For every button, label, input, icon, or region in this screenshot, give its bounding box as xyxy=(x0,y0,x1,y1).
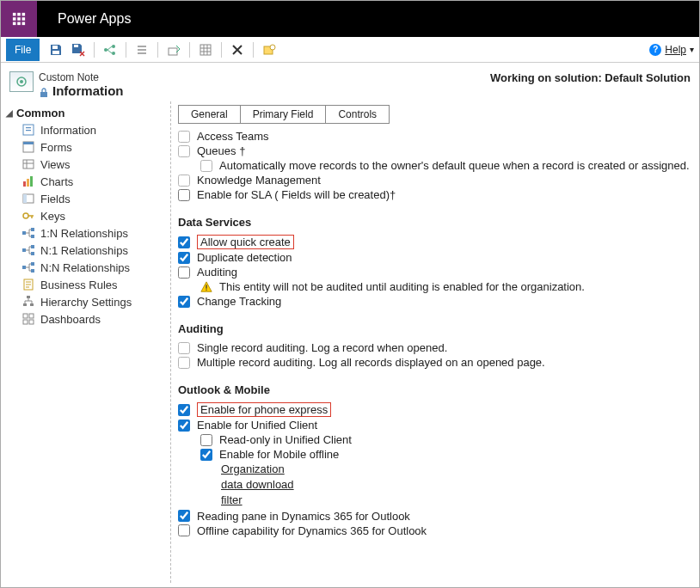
checkbox-change-tracking[interactable] xyxy=(178,296,190,308)
rel-icon xyxy=(21,226,35,240)
sidebar-item-n-n-relationships[interactable]: N:N Relationships xyxy=(1,259,170,276)
tab-primary-field[interactable]: Primary Field xyxy=(240,105,327,124)
tab-controls[interactable]: Controls xyxy=(325,105,390,124)
link-data-download[interactable]: data download xyxy=(221,477,692,493)
checkbox-queues[interactable] xyxy=(178,145,190,157)
svg-rect-44 xyxy=(27,296,30,298)
sidebar-item-forms[interactable]: Forms xyxy=(1,138,170,156)
checkbox-offline-outlook[interactable] xyxy=(178,524,190,536)
save-icon[interactable] xyxy=(46,40,65,59)
svg-rect-2 xyxy=(22,13,26,16)
svg-rect-7 xyxy=(17,22,21,26)
page-title: Information xyxy=(52,83,124,98)
svg-rect-50 xyxy=(29,320,34,324)
sidebar-item-hierarchy-settings[interactable]: Hierarchy Settings xyxy=(1,293,170,310)
svg-rect-35 xyxy=(31,228,34,231)
svg-rect-3 xyxy=(13,17,16,21)
label-auditing: Auditing xyxy=(197,266,237,279)
grid-icon[interactable] xyxy=(196,40,215,59)
sidebar-item-dashboards[interactable]: Dashboards xyxy=(1,310,170,328)
checkbox-allow-quick-create[interactable] xyxy=(178,236,190,248)
svg-point-20 xyxy=(20,80,23,83)
tab-general[interactable]: General xyxy=(178,105,241,124)
svg-rect-34 xyxy=(22,231,26,235)
svg-rect-26 xyxy=(23,142,34,144)
label-km: Knowledge Management xyxy=(197,174,321,187)
svg-rect-16 xyxy=(200,45,211,55)
publish-icon[interactable] xyxy=(164,40,183,59)
sidebar-item-keys[interactable]: Keys xyxy=(1,207,170,224)
checkbox-readonly-uc[interactable] xyxy=(200,434,212,446)
checkbox-unified-client[interactable] xyxy=(178,420,190,432)
label-mobile-offline: Enable for Mobile offline xyxy=(219,448,339,461)
section-outlook-mobile: Outlook & Mobile xyxy=(178,383,692,396)
label-offline-outlook: Offline capability for Dynamics 365 for … xyxy=(197,524,427,537)
checkbox-enable-sla[interactable] xyxy=(178,189,190,201)
sidebar-item-label: Information xyxy=(40,124,96,137)
link-organization[interactable]: Organization xyxy=(221,462,692,477)
label-single-audit: Single record auditing. Log a record whe… xyxy=(197,341,447,354)
sidebar-item-1-n-relationships[interactable]: 1:N Relationships xyxy=(1,224,170,242)
label-unified: Enable for Unified Client xyxy=(197,419,317,432)
toolbar: File ? Help ▾ xyxy=(1,37,699,63)
section-data-services: Data Services xyxy=(178,216,692,229)
svg-point-18 xyxy=(270,45,275,50)
svg-point-33 xyxy=(23,213,28,218)
sidebar-item-label: Business Rules xyxy=(40,279,118,291)
checkbox-reading-pane[interactable] xyxy=(178,510,190,522)
sidebar-item-n-1-relationships[interactable]: N:1 Relationships xyxy=(1,242,170,259)
sidebar-item-charts[interactable]: Charts xyxy=(1,173,170,190)
help-icon: ? xyxy=(649,44,661,56)
rel-icon xyxy=(21,243,35,257)
sidebar: ◢ Common InformationFormsViewsChartsFiel… xyxy=(1,101,171,583)
svg-rect-32 xyxy=(23,194,27,203)
sidebar-item-label: Views xyxy=(40,158,70,171)
svg-rect-41 xyxy=(31,262,34,266)
lock-icon xyxy=(39,86,49,96)
svg-rect-51 xyxy=(206,285,206,288)
file-menu-button[interactable]: File xyxy=(6,39,40,61)
sidebar-item-business-rules[interactable]: Business Rules xyxy=(1,276,170,293)
checkbox-queues-automove[interactable] xyxy=(200,160,212,172)
sidebar-item-fields[interactable]: Fields xyxy=(1,190,170,207)
checkbox-auditing[interactable] xyxy=(178,266,190,279)
label-dup: Duplicate detection xyxy=(197,251,292,264)
help-label: Help xyxy=(665,44,686,56)
svg-rect-8 xyxy=(22,22,26,26)
view-icon xyxy=(21,157,35,171)
checkbox-mobile-offline[interactable] xyxy=(200,449,212,461)
svg-rect-27 xyxy=(23,160,34,168)
svg-rect-28 xyxy=(23,181,26,187)
form-icon xyxy=(21,140,35,154)
checkbox-knowledge-management[interactable] xyxy=(178,175,190,187)
label-queues-automove: Automatically move records to the owner'… xyxy=(219,159,690,172)
checkbox-single-audit[interactable] xyxy=(178,342,190,354)
checkbox-duplicate-detection[interactable] xyxy=(178,252,190,264)
link-filter[interactable]: filter xyxy=(221,493,692,508)
help-menu[interactable]: ? Help ▾ xyxy=(649,44,694,56)
svg-rect-38 xyxy=(31,245,34,248)
label-readonly-uc: Read-only in Unified Client xyxy=(219,433,352,446)
checkbox-access-teams[interactable] xyxy=(178,131,190,143)
delete-icon[interactable] xyxy=(228,40,247,59)
svg-rect-9 xyxy=(52,46,58,49)
svg-rect-29 xyxy=(27,179,29,187)
dash-icon xyxy=(21,312,35,326)
sidebar-item-views[interactable]: Views xyxy=(1,156,170,173)
show-dependencies-icon[interactable] xyxy=(101,40,120,59)
svg-rect-40 xyxy=(22,266,26,269)
sidebar-item-information[interactable]: Information xyxy=(1,121,170,138)
sidebar-item-label: Fields xyxy=(40,193,71,205)
checkbox-multi-audit[interactable] xyxy=(178,357,190,369)
sidebar-item-label: 1:N Relationships xyxy=(40,227,128,240)
list-icon[interactable] xyxy=(132,40,151,59)
save-close-icon[interactable] xyxy=(69,40,88,59)
app-launcher-button[interactable] xyxy=(1,1,37,37)
managed-properties-icon[interactable] xyxy=(260,40,279,59)
checkbox-phone-express[interactable] xyxy=(178,404,190,416)
svg-rect-11 xyxy=(74,45,78,47)
svg-rect-24 xyxy=(26,130,31,131)
label-audit-warning: This entity will not be audited until au… xyxy=(219,280,585,293)
sidebar-section-common[interactable]: ◢ Common xyxy=(1,105,170,121)
entity-name: Custom Note xyxy=(39,71,124,83)
